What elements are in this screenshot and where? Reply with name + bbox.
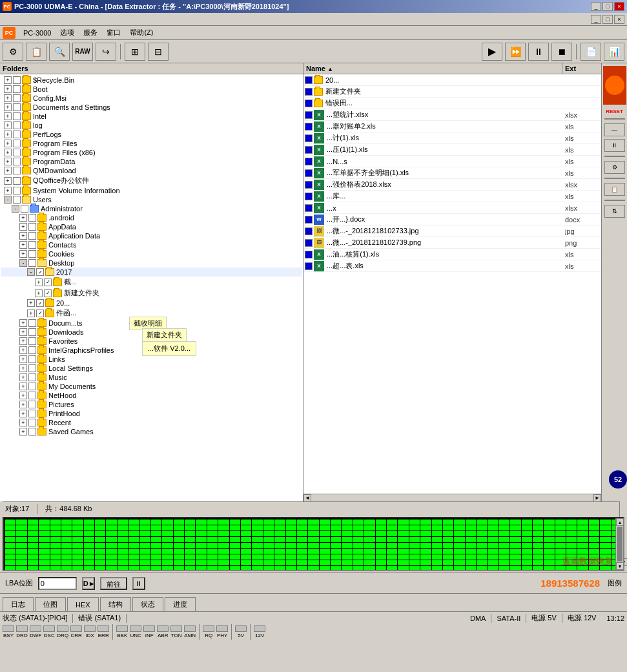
check-15[interactable]: ✓ — [303, 239, 314, 247]
tab-status[interactable]: 状态 — [132, 597, 163, 611]
check-17[interactable]: ✓ — [303, 262, 314, 270]
col-ext[interactable]: Ext — [562, 63, 601, 74]
copy-button[interactable]: 📄 — [581, 43, 601, 61]
tree-item-nethood[interactable]: + NetHood — [1, 391, 302, 400]
tree-item-favorites[interactable]: + Favorites — [1, 337, 302, 346]
menu-pc3000[interactable]: PC-3000 — [19, 28, 55, 38]
tree-item-config[interactable]: + Config.Msi — [1, 94, 302, 103]
tree-item-localsettings[interactable]: + Local Settings — [1, 364, 302, 373]
file-row-5[interactable]: ✓ X ...器对账单2.xls xls — [303, 121, 601, 132]
hscroll-left-btn[interactable]: ◄ — [303, 494, 311, 502]
tab-progress[interactable]: 进度 — [165, 597, 196, 611]
expand-jianhan[interactable]: + — [27, 310, 35, 317]
tree-item-printhood[interactable]: + PrintHood — [1, 409, 302, 418]
lba-input[interactable] — [38, 577, 77, 590]
grid2-button[interactable]: ⊟ — [148, 43, 169, 61]
check-2018[interactable]: ✓ — [36, 299, 44, 307]
check-12[interactable]: ✓ — [303, 204, 314, 212]
check-users[interactable] — [13, 196, 21, 204]
check-savedgames[interactable] — [28, 428, 36, 436]
clipboard-button[interactable]: 📋 — [26, 43, 46, 61]
sidebar-slider1[interactable]: — — [604, 123, 625, 136]
check-links[interactable] — [28, 355, 36, 363]
menu-help[interactable]: 帮助(Z) — [126, 26, 157, 39]
check-favorites[interactable] — [28, 337, 36, 345]
grid-button[interactable]: ⊞ — [125, 43, 145, 61]
sidebar-btn1[interactable]: ⚙ — [604, 161, 625, 174]
check-4[interactable]: ✓ — [303, 111, 314, 119]
check-boot[interactable] — [13, 85, 21, 93]
check-contacts[interactable] — [28, 241, 36, 249]
lba-d-button[interactable]: D► — [82, 577, 95, 590]
expand-users[interactable]: - — [4, 196, 12, 204]
expand-printhood[interactable]: + — [19, 410, 27, 417]
menu-options[interactable]: 选项 — [56, 26, 78, 39]
check-qmdownload[interactable] — [13, 167, 21, 174]
expand-cookies[interactable]: + — [19, 250, 27, 258]
expand-newfolder[interactable]: + — [35, 289, 43, 297]
expand-qqoffice[interactable]: + — [4, 177, 12, 185]
check-cookies[interactable] — [28, 250, 36, 258]
expand-music[interactable]: + — [19, 373, 27, 381]
expand-links[interactable]: + — [19, 355, 27, 363]
file-row-9[interactable]: ✓ X ...军单据不齐全明细(1).xls xls — [303, 167, 601, 179]
tree-item-recycle[interactable]: + $Recycle.Bin — [1, 76, 302, 85]
close-button[interactable]: × — [614, 2, 624, 11]
app-menu-icon[interactable]: PC — [3, 27, 15, 39]
check-6[interactable]: ✓ — [303, 134, 314, 142]
tree-item-contacts[interactable]: + Contacts — [1, 240, 302, 249]
file-row-4[interactable]: ✓ X ...塑统计.xlsx xlsx — [303, 109, 601, 121]
menu-services[interactable]: 服务 — [79, 26, 101, 39]
tree-item-programfiles86[interactable]: + Program Files (x86) — [1, 148, 302, 157]
expand-recent[interactable]: + — [19, 419, 27, 426]
check-downloads[interactable] — [28, 328, 36, 336]
expand-appdata[interactable]: + — [19, 223, 27, 231]
tree-item-systemvolume[interactable]: + System Volume Information — [1, 186, 302, 195]
check-programdata[interactable] — [13, 158, 21, 165]
hscroll-right-btn[interactable]: ► — [593, 494, 601, 502]
expand-programdata[interactable]: + — [4, 158, 12, 165]
col-name[interactable]: Name ▲ — [303, 63, 562, 74]
tree-item-links[interactable]: + Links — [1, 355, 302, 364]
check-music[interactable] — [28, 373, 36, 381]
tree-item-users[interactable]: - Users — [1, 195, 302, 204]
check-xijiao[interactable]: ✓ — [44, 278, 52, 286]
expand-administrator[interactable]: - — [12, 205, 19, 213]
check-7[interactable]: ✓ — [303, 146, 314, 154]
tree-item-documents[interactable]: + Documents and Settings — [1, 103, 302, 112]
menu-window[interactable]: 窗口 — [103, 26, 125, 39]
check-android[interactable] — [28, 214, 36, 222]
sidebar-double-btn[interactable]: ⇅ — [604, 205, 625, 218]
file-row-7[interactable]: ✓ X ...压(1)(1).xls xls — [303, 144, 601, 156]
play-button[interactable]: ▶ — [482, 43, 502, 61]
chart-button[interactable]: 📊 — [604, 43, 624, 61]
mdi-close-button[interactable]: × — [614, 15, 624, 24]
tree-item-desktop[interactable]: - Desktop — [1, 258, 302, 268]
check-programfiles[interactable] — [13, 140, 21, 147]
tree-item-perflog[interactable]: + PerfLogs — [1, 130, 302, 139]
expand-localsettings[interactable]: + — [19, 364, 27, 372]
tree-item-programdata[interactable]: + ProgramData — [1, 157, 302, 166]
check-2017[interactable]: ✓ — [36, 268, 44, 276]
tab-structure[interactable]: 结构 — [100, 597, 131, 611]
tree-item-administrator[interactable]: - Administrator — [1, 204, 302, 213]
check-appdata[interactable] — [28, 223, 36, 231]
check-11[interactable]: ✓ — [303, 193, 314, 200]
check-pictures[interactable] — [28, 401, 36, 408]
check-appdata2[interactable] — [28, 232, 36, 240]
tree-item-appdata[interactable]: + AppData — [1, 222, 302, 231]
expand-recycle[interactable]: + — [4, 76, 12, 84]
check-systemvolume[interactable] — [13, 187, 21, 194]
pause-button[interactable]: ⏸ — [528, 43, 549, 61]
tree-item-xijiao[interactable]: + ✓ 截... — [1, 277, 302, 288]
check-log[interactable] — [13, 121, 21, 129]
expand-savedgames[interactable]: + — [19, 428, 27, 436]
expand-nethood[interactable]: + — [19, 392, 27, 399]
expand-2018[interactable]: + — [27, 299, 35, 307]
expand-favorites[interactable]: + — [19, 337, 27, 345]
file-row-12[interactable]: ✓ X ...x xlsx — [303, 202, 601, 214]
file-row-8[interactable]: ✓ X ...N...s xls — [303, 156, 601, 167]
data-scroll-up[interactable]: ▲ — [616, 518, 624, 526]
tree-item-music[interactable]: + Music — [1, 373, 302, 382]
tree-item-recent[interactable]: + Recent — [1, 418, 302, 427]
